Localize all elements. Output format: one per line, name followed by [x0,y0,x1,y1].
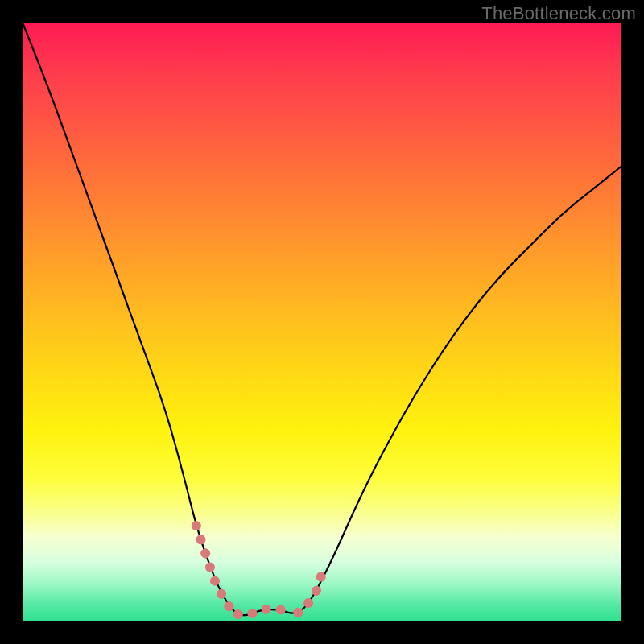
chart-frame: TheBottleneck.com [0,0,644,644]
left-descent-dots [196,526,233,609]
right-ascent-dots [298,574,322,613]
chart-overlay-svg [23,23,621,621]
watermark-text: TheBottleneck.com [481,3,636,24]
bottleneck-curve [23,23,621,615]
highlight-dots-group [196,526,322,616]
plot-area [23,23,621,621]
